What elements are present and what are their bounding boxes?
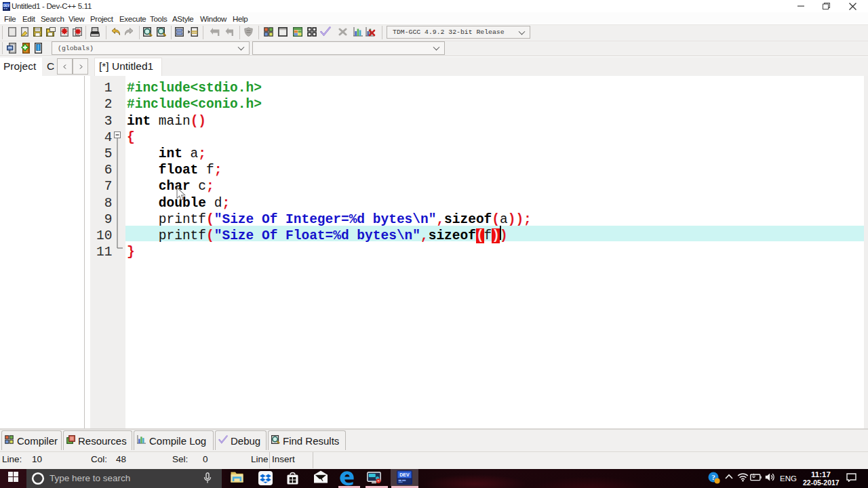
svg-text:DEV: DEV [399,472,410,477]
svg-text:?: ? [711,473,715,481]
svg-text:DEV: DEV [3,4,9,7]
